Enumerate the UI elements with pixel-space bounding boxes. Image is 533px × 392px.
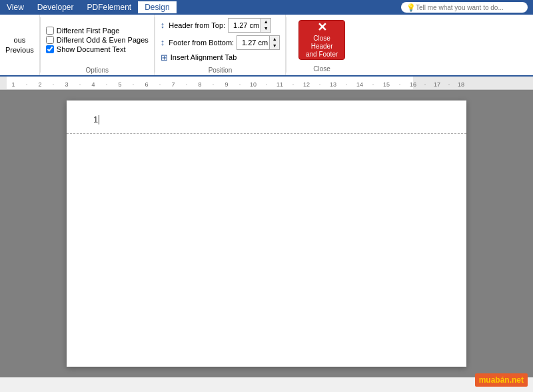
menu-view[interactable]: View bbox=[0, 1, 31, 13]
footer-from-bottom-row: ↕ Footer from Bottom: ▲ ▼ bbox=[161, 35, 280, 50]
position-content: ↕ Header from Top: ▲ ▼ ↕ Footer from Bot… bbox=[161, 16, 280, 64]
insert-align-icon: ⊞ bbox=[161, 53, 168, 63]
menu-developer[interactable]: Developer bbox=[31, 1, 81, 13]
text-cursor bbox=[99, 115, 99, 124]
show-doc-text-checkbox[interactable] bbox=[46, 45, 54, 53]
options-group-label: Options bbox=[46, 64, 149, 74]
insert-align-row: ⊞ Insert Alignment Tab bbox=[161, 53, 280, 63]
watermark: muabán.net bbox=[475, 373, 528, 387]
page-header-area[interactable]: 1 bbox=[67, 100, 466, 134]
watermark-text: muabán bbox=[479, 375, 510, 385]
header-from-top-spinner[interactable]: ▲ ▼ bbox=[228, 18, 271, 33]
document-area: 1 bbox=[0, 90, 533, 377]
position-group-label: Position bbox=[161, 64, 280, 74]
watermark-suffix: .net bbox=[510, 375, 524, 385]
close-group: ✕ Close Headerand Footer Close bbox=[286, 15, 357, 75]
close-header-footer-label: Close Headerand Footer bbox=[304, 35, 339, 59]
footer-from-bottom-icon: ↕ bbox=[161, 37, 165, 47]
options-content: Different First Page Different Odd & Eve… bbox=[46, 16, 149, 64]
footer-from-bottom-input[interactable] bbox=[237, 38, 269, 47]
footer-from-bottom-up[interactable]: ▲ bbox=[270, 36, 279, 43]
menu-pdfelement[interactable]: PDFelement bbox=[81, 1, 139, 13]
header-from-top-up[interactable]: ▲ bbox=[261, 19, 270, 25]
go-to-previous-button[interactable]: ous Previous bbox=[4, 35, 35, 55]
header-from-top-icon: ↕ bbox=[161, 20, 165, 30]
footer-from-bottom-label: Footer from Bottom: bbox=[169, 39, 234, 47]
close-header-footer-button[interactable]: ✕ Close Headerand Footer bbox=[298, 20, 345, 60]
show-doc-text-row[interactable]: Show Document Text bbox=[46, 45, 149, 53]
lightbulb-icon: 💡 bbox=[406, 3, 416, 12]
go-to-previous-group: ous Previous bbox=[0, 15, 40, 75]
show-doc-text-label: Show Document Text bbox=[57, 45, 126, 53]
footer-from-bottom-spinner-btns: ▲ ▼ bbox=[269, 36, 279, 49]
menu-bar: View Developer PDFelement Design 💡 bbox=[0, 0, 533, 15]
diff-odd-even-checkbox[interactable] bbox=[46, 36, 54, 44]
diff-first-page-row[interactable]: Different First Page bbox=[46, 27, 149, 35]
diff-odd-even-row[interactable]: Different Odd & Even Pages bbox=[46, 36, 149, 44]
close-group-label: Close bbox=[313, 63, 330, 73]
menu-design[interactable]: Design bbox=[138, 1, 176, 13]
goto-label-ous: ous bbox=[5, 35, 34, 45]
page-body-area[interactable] bbox=[67, 134, 466, 333]
diff-first-page-checkbox[interactable] bbox=[46, 27, 54, 35]
position-group: ↕ Header from Top: ▲ ▼ ↕ Footer from Bot… bbox=[155, 15, 286, 75]
header-from-top-input[interactable] bbox=[229, 21, 261, 30]
diff-odd-even-label: Different Odd & Even Pages bbox=[57, 36, 149, 44]
ruler-marks: 1 · 2 · 3 · 4 · 5 · 6 · 7 · 8 · 9 · 10 ·… bbox=[0, 81, 533, 88]
header-from-top-down[interactable]: ▼ bbox=[261, 25, 270, 32]
document-page: 1 bbox=[67, 100, 466, 367]
footer-from-bottom-down[interactable]: ▼ bbox=[270, 43, 279, 49]
footer-from-bottom-spinner[interactable]: ▲ ▼ bbox=[237, 35, 280, 50]
page-number: 1 bbox=[93, 114, 99, 124]
diff-first-page-label: Different First Page bbox=[57, 27, 120, 35]
header-from-top-row: ↕ Header from Top: ▲ ▼ bbox=[161, 18, 280, 33]
tell-me-input[interactable] bbox=[416, 4, 522, 11]
options-group: Different First Page Different Odd & Eve… bbox=[41, 15, 155, 75]
ruler: 1 · 2 · 3 · 4 · 5 · 6 · 7 · 8 · 9 · 10 ·… bbox=[0, 77, 533, 90]
insert-align-label: Insert Alignment Tab bbox=[171, 53, 237, 61]
header-from-top-spinner-btns: ▲ ▼ bbox=[261, 19, 270, 32]
top-area: View Developer PDFelement Design 💡 ous P… bbox=[0, 0, 533, 90]
ribbon: ous Previous Different First Page Differ… bbox=[0, 15, 533, 77]
goto-label-previous: Previous bbox=[5, 45, 34, 55]
header-from-top-label: Header from Top: bbox=[169, 21, 225, 29]
close-x-icon: ✕ bbox=[317, 21, 327, 33]
tell-me-bar[interactable]: 💡 bbox=[401, 2, 528, 13]
